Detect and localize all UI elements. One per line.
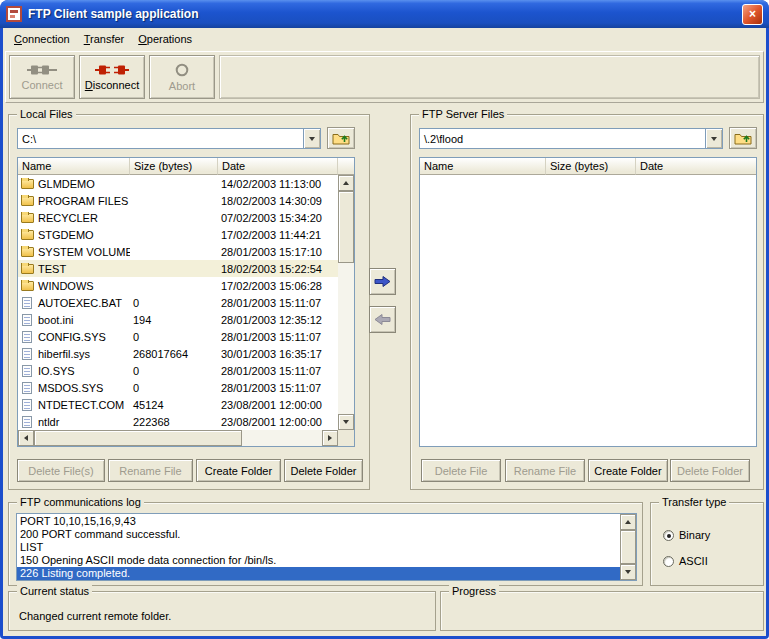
transfer-type-label: Transfer type: [659, 495, 729, 509]
local-up-folder-button[interactable]: [327, 127, 355, 149]
file-date-cell: 23/08/2001 12:00:00: [218, 416, 338, 428]
file-icon: [22, 297, 32, 309]
remote-combo-dropdown-icon[interactable]: [705, 129, 722, 148]
file-name-cell: IO.SYS: [18, 365, 130, 377]
current-status-label: Current status: [17, 584, 92, 598]
close-button[interactable]: ×: [742, 4, 763, 25]
disconnect-icon: [95, 64, 129, 76]
vscroll-thumb[interactable]: [338, 191, 354, 263]
file-size-cell: 45124: [130, 399, 218, 411]
file-icon: [22, 382, 32, 394]
file-date-cell: 28/01/2003 12:35:12: [218, 314, 338, 326]
file-name-cell: WINDOWS: [18, 280, 130, 292]
radio-option-binary[interactable]: Binary: [663, 529, 710, 541]
column-header-size[interactable]: Size (bytes): [130, 158, 218, 175]
local-vscrollbar[interactable]: [338, 175, 354, 430]
file-size-cell: 194: [130, 314, 218, 326]
window-title: FTP Client sample application: [28, 7, 198, 21]
file-row[interactable]: IO.SYS028/01/2003 15:11:07: [18, 362, 338, 379]
log-vscrollbar[interactable]: [620, 514, 636, 580]
arrow-right-icon: [374, 275, 391, 288]
transfer-options: BinaryASCII: [663, 529, 710, 567]
log-line[interactable]: 226 Listing completed.: [17, 567, 620, 580]
file-row[interactable]: CONFIG.SYS028/01/2003 15:11:07: [18, 328, 338, 345]
progress-label: Progress: [449, 584, 499, 598]
scroll-left-button[interactable]: [18, 430, 34, 446]
menu-item-transfer[interactable]: Transfer: [77, 30, 132, 48]
remote-path-combo[interactable]: \.2\flood: [419, 128, 723, 149]
folder-icon: [21, 179, 34, 189]
app-window: FTP Client sample application × Connecti…: [0, 0, 769, 639]
radio-label: Binary: [679, 529, 710, 541]
titlebar[interactable]: FTP Client sample application ×: [0, 0, 769, 28]
column-header-date[interactable]: Date: [218, 158, 338, 175]
file-row[interactable]: boot.ini19428/01/2003 12:35:12: [18, 311, 338, 328]
column-header-date[interactable]: Date: [636, 158, 756, 175]
file-row[interactable]: GLMDEMO14/02/2003 11:13:00: [18, 175, 338, 192]
scroll-up-button[interactable]: [338, 175, 354, 191]
file-icon: [22, 416, 32, 428]
local-delete-folder-button[interactable]: Delete Folder: [284, 459, 363, 482]
local-files-label: Local Files: [17, 107, 76, 121]
folder-icon: [21, 247, 34, 257]
file-name-text: WINDOWS: [38, 280, 94, 292]
file-row[interactable]: MSDOS.SYS028/01/2003 15:11:07: [18, 379, 338, 396]
remote-up-folder-button[interactable]: [729, 127, 757, 149]
upload-to-server-button[interactable]: [369, 268, 396, 295]
file-row[interactable]: RECYCLER07/02/2003 15:34:20: [18, 209, 338, 226]
disconnect-label: Disconnect: [85, 79, 139, 91]
file-row[interactable]: SYSTEM VOLUME ...28/01/2003 15:17:10: [18, 243, 338, 260]
scroll-right-button[interactable]: [322, 430, 338, 446]
file-icon: [22, 365, 32, 377]
remote-create-folder-button[interactable]: Create Folder: [588, 459, 668, 482]
file-row[interactable]: NTDETECT.COM4512423/08/2001 12:00:00: [18, 396, 338, 413]
log-line[interactable]: 150 Opening ASCII mode data connection f…: [17, 554, 620, 567]
file-name-cell: boot.ini: [18, 314, 130, 326]
file-name-cell: CONFIG.SYS: [18, 331, 130, 343]
scroll-down-button[interactable]: [620, 564, 636, 580]
file-row[interactable]: AUTOEXEC.BAT028/01/2003 15:11:07: [18, 294, 338, 311]
app-icon: [6, 6, 22, 22]
hscroll-thumb[interactable]: [34, 430, 242, 446]
transfer-type-group: Transfer type BinaryASCII: [650, 502, 764, 586]
remote-file-list: Name Size (bytes) Date: [419, 157, 757, 447]
file-name-cell: PROGRAM FILES: [18, 195, 130, 207]
file-name-text: MSDOS.SYS: [38, 382, 103, 394]
file-row[interactable]: ntldr22236823/08/2001 12:00:00: [18, 413, 338, 430]
local-create-folder-button[interactable]: Create Folder: [196, 459, 281, 482]
menu-item-operations[interactable]: Operations: [131, 30, 199, 48]
menu-item-connection[interactable]: Connection: [7, 30, 77, 48]
log-line[interactable]: PORT 10,10,15,16,9,43: [17, 515, 620, 528]
column-header-size[interactable]: Size (bytes): [546, 158, 636, 175]
file-name-text: TEST: [38, 263, 66, 275]
radio-option-ascii[interactable]: ASCII: [663, 555, 710, 567]
local-path-combo[interactable]: C:\: [17, 128, 321, 149]
vscroll-thumb[interactable]: [620, 530, 636, 564]
disconnect-button[interactable]: Disconnect: [79, 55, 145, 99]
file-name-cell: hiberfil.sys: [18, 348, 130, 360]
local-hscrollbar[interactable]: [18, 430, 338, 446]
log-line[interactable]: 200 PORT command successful.: [17, 528, 620, 541]
scroll-down-button[interactable]: [338, 414, 354, 430]
file-date-cell: 28/01/2003 15:17:10: [218, 246, 338, 258]
folder-up-icon: [332, 131, 350, 145]
file-row[interactable]: TEST18/02/2003 15:22:54: [18, 260, 338, 277]
arrow-left-icon: [374, 313, 391, 326]
column-header-name[interactable]: Name: [420, 158, 546, 175]
file-date-cell: 17/02/2003 15:06:28: [218, 280, 338, 292]
log-line[interactable]: LIST: [17, 541, 620, 554]
column-header-name[interactable]: Name: [18, 158, 130, 175]
file-row[interactable]: PROGRAM FILES18/02/2003 14:30:09: [18, 192, 338, 209]
file-name-text: hiberfil.sys: [38, 348, 90, 360]
local-list-header: Name Size (bytes) Date: [18, 158, 354, 175]
file-name-cell: STGDEMO: [18, 229, 130, 241]
scroll-up-button[interactable]: [620, 514, 636, 530]
file-row[interactable]: hiberfil.sys26801766430/01/2003 16:35:17: [18, 345, 338, 362]
file-date-cell: 23/08/2001 12:00:00: [218, 399, 338, 411]
connect-label: Connect: [22, 79, 63, 91]
file-row[interactable]: WINDOWS17/02/2003 15:06:28: [18, 277, 338, 294]
file-icon: [22, 314, 32, 326]
local-combo-dropdown-icon[interactable]: [303, 129, 320, 148]
ftp-log-group: FTP communications log PORT 10,10,15,16,…: [8, 502, 643, 586]
file-row[interactable]: STGDEMO17/02/2003 11:44:21: [18, 226, 338, 243]
